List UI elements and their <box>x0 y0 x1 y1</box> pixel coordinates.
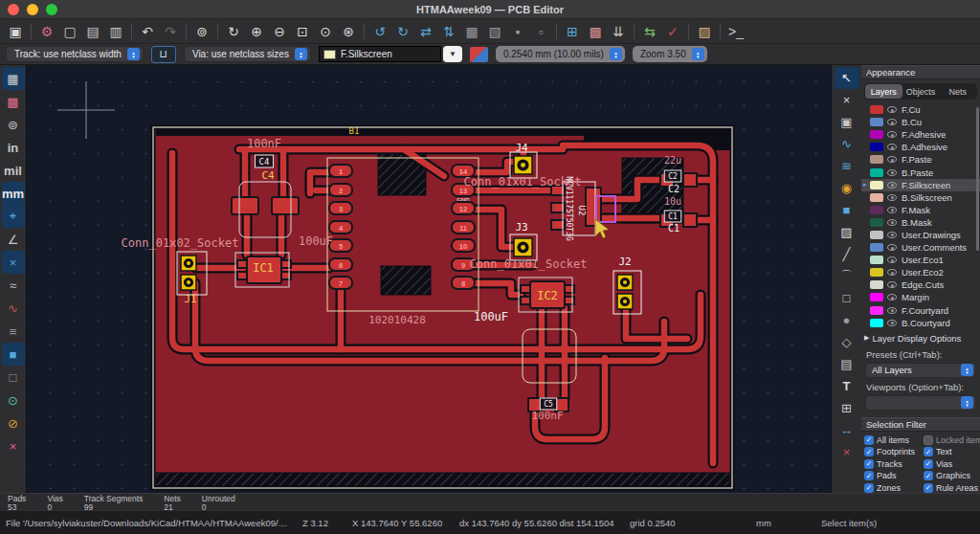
layer-row-b-cu[interactable]: B.Cu <box>861 116 980 128</box>
layer-row-f-adhesive[interactable]: F.Adhesive <box>861 128 980 141</box>
zoom-in-button[interactable]: ⊕ <box>245 21 268 42</box>
save-button[interactable]: ▣ <box>4 21 27 42</box>
active-layer-select[interactable]: F.Silkscreen ▼ <box>319 46 462 62</box>
layer-color-swatch[interactable] <box>870 206 883 214</box>
track-width-select[interactable]: Track: use netclass width ▴▾ <box>6 46 144 62</box>
filter-pads[interactable]: ✓Pads <box>864 471 922 480</box>
group-button[interactable]: ▦ <box>460 21 483 42</box>
via-size-stepper[interactable]: ▴▾ <box>295 48 307 60</box>
place-footprint-tool[interactable]: ▣ <box>835 111 859 133</box>
ungroup-button[interactable]: ▧ <box>483 21 506 42</box>
checkbox-icon[interactable]: ✓ <box>924 447 933 456</box>
layer-color-swatch[interactable] <box>870 218 883 227</box>
layer-color-swatch[interactable] <box>870 280 883 289</box>
layer-row-f-paste[interactable]: F.Paste <box>861 153 980 166</box>
net-highlight-button[interactable]: ∿ <box>2 297 25 320</box>
tab-objects[interactable]: Objects <box>902 84 940 99</box>
toggle-grid-button[interactable]: ▦ <box>2 67 25 90</box>
layer-row-b-adhesive[interactable]: B.Adhesive <box>861 141 980 153</box>
tab-layers[interactable]: Layers <box>865 84 902 99</box>
filter-zones[interactable]: ✓Zones <box>864 483 922 493</box>
via-size-select[interactable]: Via: use netclass sizes ▴▾ <box>184 46 311 62</box>
scripting-console-button[interactable]: >_ <box>724 21 747 42</box>
grid-size-select[interactable]: 0.2540 mm (10.00 mils) ▴▾ <box>496 46 625 62</box>
checkbox-icon[interactable]: ✓ <box>864 459 874 469</box>
layer-visibility-eye-icon[interactable] <box>887 232 897 238</box>
checkbox-icon[interactable]: ✓ <box>864 483 874 493</box>
filter-locked-items[interactable]: Locked items <box>924 435 980 445</box>
undo-button[interactable]: ↶ <box>136 21 159 42</box>
print-button[interactable]: ▤ <box>81 21 104 42</box>
units-mils-button[interactable]: mil <box>2 159 25 182</box>
layer-visibility-eye-icon[interactable] <box>887 131 897 138</box>
place-textbox-tool[interactable]: ⊞ <box>835 397 859 419</box>
layer-color-swatch[interactable] <box>870 256 883 264</box>
checkbox-icon[interactable]: ✓ <box>924 459 933 469</box>
zone-outline-button[interactable]: □ <box>2 366 25 389</box>
draw-arc-tool[interactable]: ⌒ <box>835 265 859 287</box>
layer-row-margin[interactable]: Margin <box>861 291 980 303</box>
grid-overrides-button[interactable]: ▩ <box>2 90 25 113</box>
layer-color-swatch[interactable] <box>870 243 883 252</box>
layer-visibility-eye-icon[interactable] <box>887 169 897 176</box>
update-pcb-from-schematic-button[interactable]: ⇆ <box>638 21 661 42</box>
place-image-tool[interactable]: ▤ <box>835 353 859 375</box>
delete-tool[interactable]: × <box>835 441 859 463</box>
select-tool[interactable]: ↖ <box>835 67 859 89</box>
checkbox-icon[interactable]: ✓ <box>864 435 874 445</box>
plugin-button[interactable]: ▨ <box>693 21 716 42</box>
filter-vias[interactable]: ✓Vias <box>924 459 980 469</box>
active-layer-dropdown-button[interactable]: ▼ <box>443 46 462 62</box>
active-layer-field[interactable]: F.Silkscreen <box>319 46 441 62</box>
zoom-select[interactable]: Zoom 3.50 ▴▾ <box>633 46 707 62</box>
layer-row-b-paste[interactable]: B.Paste <box>861 166 980 178</box>
grid-size-stepper[interactable]: ▴▾ <box>610 48 622 60</box>
track-width-stepper[interactable]: ▴▾ <box>127 48 140 60</box>
checkbox-icon[interactable]: ✓ <box>864 471 874 480</box>
footprint-editor-button[interactable]: ▩ <box>584 21 607 42</box>
filter-rule-areas[interactable]: ✓Rule Areas <box>924 483 980 493</box>
layer-visibility-eye-icon[interactable] <box>887 281 897 288</box>
layer-color-swatch[interactable] <box>870 168 883 177</box>
update-footprints-button[interactable]: ⇊ <box>607 21 630 42</box>
rule-area-tool[interactable]: ▨ <box>835 221 859 243</box>
zoom-selection-button[interactable]: ⊛ <box>337 21 360 42</box>
layer-color-swatch[interactable] <box>870 231 883 239</box>
layer-visibility-eye-icon[interactable] <box>887 244 897 251</box>
units-mm-button[interactable]: mm <box>2 182 25 205</box>
layer-display-options-toggle[interactable]: ▶ Layer Display Options <box>861 329 980 345</box>
checkbox-icon[interactable] <box>924 435 933 445</box>
unlock-button[interactable]: ▫ <box>529 21 552 42</box>
layer-color-swatch[interactable] <box>870 193 883 202</box>
layer-visibility-eye-icon[interactable] <box>887 119 897 125</box>
draw-line-tool[interactable]: ╱ <box>835 243 859 265</box>
viewports-stepper[interactable]: ▴▾ <box>961 396 973 409</box>
draw-polygon-tool[interactable]: ◇ <box>835 331 859 353</box>
layer-row-user-eco2[interactable]: User.Eco2 <box>861 266 980 278</box>
units-readout[interactable]: mm <box>756 518 771 528</box>
zoom-objects-button[interactable]: ⊙ <box>314 21 337 42</box>
layer-row-b-mask[interactable]: B.Mask <box>861 216 980 229</box>
filter-graphics[interactable]: ✓Graphics <box>924 471 980 480</box>
presets-stepper[interactable]: ▴▾ <box>961 364 973 376</box>
dimension-tool[interactable]: ↔ <box>835 419 859 441</box>
plot-button[interactable]: ▥ <box>104 21 127 42</box>
layer-visibility-eye-icon[interactable] <box>887 294 897 300</box>
lock-button[interactable]: ▪ <box>506 21 529 42</box>
rotate-ccw-button[interactable]: ↺ <box>368 21 391 42</box>
layer-color-swatch[interactable] <box>870 319 883 327</box>
page-settings-button[interactable]: ▢ <box>58 21 81 42</box>
layer-visibility-eye-icon[interactable] <box>887 207 897 213</box>
layers-scrollbar[interactable] <box>976 107 979 251</box>
sketch-tracks-button[interactable]: ≡ <box>2 320 25 343</box>
layer-row-f-courtyard[interactable]: F.Courtyard <box>861 304 980 317</box>
layer-visibility-eye-icon[interactable] <box>887 256 897 263</box>
units-inches-button[interactable]: in <box>2 136 25 159</box>
local-ratsnest-tool[interactable]: × <box>835 89 859 111</box>
layer-row-f-silkscreen[interactable]: ▸F.Silkscreen <box>861 179 980 191</box>
layer-row-f-mask[interactable]: F.Mask <box>861 204 980 216</box>
net-inspector-button[interactable]: ⊞ <box>561 21 584 42</box>
layer-color-swatch[interactable] <box>870 268 883 277</box>
layer-color-swatch[interactable] <box>870 293 883 301</box>
layer-visibility-eye-icon[interactable] <box>887 182 897 189</box>
